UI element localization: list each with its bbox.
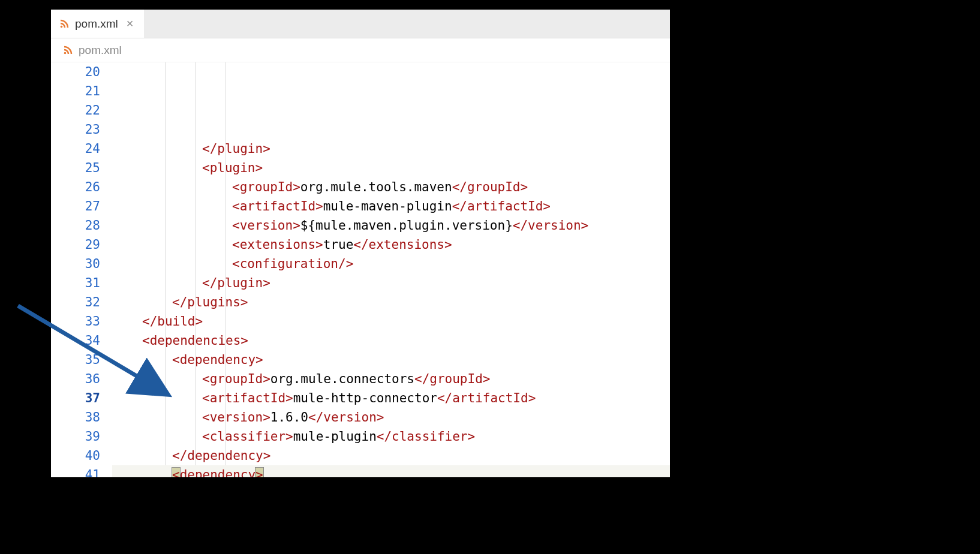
code-line[interactable]: </plugin> (112, 139, 670, 158)
line-number: 35 (51, 350, 100, 369)
line-number: 33 (51, 312, 100, 331)
line-number: 41 (51, 465, 100, 477)
svg-point-0 (61, 25, 63, 28)
line-number: 25 (51, 158, 100, 177)
code-line[interactable]: <artifactId>mule-maven-plugin</artifactI… (112, 197, 670, 216)
tab-label: pom.xml (75, 17, 118, 31)
line-number: 23 (51, 120, 100, 139)
code-line[interactable]: <classifier>mule-plugin</classifier> (112, 427, 670, 446)
code-line[interactable]: </plugin> (112, 273, 670, 293)
line-number: 36 (51, 369, 100, 389)
tab-pom-xml[interactable]: pom.xml × (51, 10, 144, 38)
tab-bar: pom.xml × (51, 10, 670, 38)
line-number: 34 (51, 331, 100, 350)
xml-file-icon (63, 46, 73, 55)
code-line[interactable]: <artifactId>mule-http-connector</artifac… (112, 389, 670, 408)
code-content[interactable]: </plugin><plugin><groupId>org.mule.tools… (111, 62, 670, 477)
line-number-gutter: 2021222324252627282930313233343536373839… (51, 62, 111, 477)
code-editor[interactable]: 2021222324252627282930313233343536373839… (51, 62, 670, 477)
line-number: 22 (51, 101, 100, 120)
breadcrumb-bar: pom.xml (51, 38, 670, 62)
close-icon[interactable]: × (124, 17, 136, 31)
line-number: 38 (51, 408, 100, 427)
code-line[interactable]: </plugins> (112, 293, 670, 312)
line-number: 32 (51, 293, 100, 312)
line-number: 28 (51, 216, 100, 235)
code-line[interactable]: <groupId>org.mule.tools.maven</groupId> (112, 177, 670, 197)
code-line[interactable]: <configuration/> (112, 254, 670, 273)
editor-window: pom.xml × pom.xml 2021222324252627282930… (51, 10, 670, 477)
breadcrumb-label[interactable]: pom.xml (79, 44, 122, 57)
code-line[interactable]: <dependency> (112, 350, 670, 369)
code-line[interactable]: </dependency> (112, 446, 670, 465)
line-number: 24 (51, 139, 100, 158)
code-line[interactable]: <version>${mule.maven.plugin.version}</v… (112, 216, 670, 235)
line-number: 20 (51, 62, 100, 82)
line-number: 40 (51, 446, 100, 465)
line-number: 39 (51, 427, 100, 446)
code-line[interactable]: <extensions>true</extensions> (112, 235, 670, 254)
line-number: 29 (51, 235, 100, 254)
code-line[interactable]: <dependency> (112, 465, 670, 477)
xml-file-icon (59, 19, 69, 29)
line-number: 30 (51, 254, 100, 273)
code-line[interactable]: <plugin> (112, 158, 670, 177)
svg-point-1 (64, 52, 67, 54)
line-number: 31 (51, 273, 100, 293)
line-number: 26 (51, 177, 100, 197)
line-number: 21 (51, 82, 100, 101)
code-line[interactable]: <dependencies> (112, 331, 670, 350)
line-number: 27 (51, 197, 100, 216)
code-line[interactable]: </build> (112, 312, 670, 331)
code-line[interactable]: <groupId>org.mule.connectors</groupId> (112, 369, 670, 389)
line-number: 37 (51, 389, 100, 408)
code-line[interactable]: <version>1.6.0</version> (112, 408, 670, 427)
